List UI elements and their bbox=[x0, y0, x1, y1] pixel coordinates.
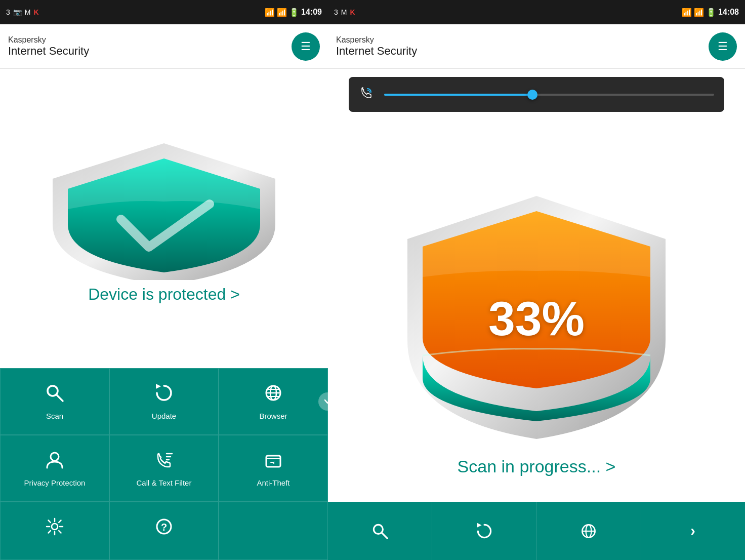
left-grid-menu: Scan Update Browser Privacy Protection bbox=[0, 368, 328, 560]
update-label: Update bbox=[152, 412, 176, 420]
scan-icon bbox=[45, 383, 65, 408]
signal-icon-right: 📶 bbox=[694, 8, 704, 17]
antitheft-label: Anti-Theft bbox=[257, 478, 289, 487]
bottom-tab-browser[interactable] bbox=[537, 502, 641, 560]
notif-count-left: 3 bbox=[6, 8, 10, 16]
left-app-header: Kaspersky Internet Security ☰ bbox=[0, 24, 328, 69]
kaspersky-icon-right: K bbox=[350, 8, 355, 16]
left-panel: 3 📷 M K 📶 📶 🔋 14:09 Kaspersky Internet S… bbox=[0, 0, 328, 560]
svg-text:33%: 33% bbox=[488, 292, 585, 345]
left-app-name: Internet Security bbox=[8, 45, 89, 58]
browser-icon bbox=[263, 383, 283, 408]
settings-icon bbox=[45, 516, 65, 541]
svg-rect-9 bbox=[266, 456, 280, 467]
svg-text:?: ? bbox=[161, 522, 167, 533]
browser-label: Browser bbox=[259, 412, 287, 420]
svg-line-1 bbox=[56, 394, 63, 401]
scan-area: 33% Scan in progress... > bbox=[328, 69, 745, 560]
left-status-bar-right: 📶 📶 🔋 14:09 bbox=[265, 8, 322, 17]
wifi-icon-left: 📶 bbox=[265, 8, 275, 17]
left-brand: Kaspersky bbox=[8, 35, 89, 45]
right-bottom-tabs: › bbox=[328, 502, 745, 560]
grid-item-antitheft[interactable]: Anti-Theft bbox=[219, 435, 328, 502]
right-menu-button[interactable]: ☰ bbox=[709, 32, 737, 61]
grid-item-settings[interactable] bbox=[0, 502, 109, 560]
kaspersky-icon-left: K bbox=[33, 8, 38, 16]
slider-track bbox=[384, 94, 714, 96]
svg-marker-2 bbox=[156, 384, 161, 389]
bottom-tab-update[interactable] bbox=[432, 502, 536, 560]
battery-icon-right: 🔋 bbox=[706, 8, 716, 17]
right-status-bar-left: 3 M K bbox=[334, 8, 355, 16]
protected-text[interactable]: Device is protected > bbox=[88, 285, 240, 304]
left-shield-container bbox=[27, 138, 301, 280]
right-app-name: Internet Security bbox=[336, 45, 417, 58]
notification-bar bbox=[349, 77, 724, 112]
slider-thumb[interactable] bbox=[527, 90, 537, 100]
grid-item-scan[interactable]: Scan bbox=[0, 368, 109, 435]
privacy-icon bbox=[45, 450, 65, 474]
notif-count-right: 3 bbox=[334, 8, 338, 16]
right-status-bar: 3 M K 📶 📶 🔋 14:08 bbox=[328, 0, 745, 24]
left-status-bar-left: 3 📷 M K bbox=[6, 8, 39, 16]
calltext-label: Call & Text Filter bbox=[137, 478, 192, 487]
left-shield-svg bbox=[32, 138, 296, 280]
right-shield-svg: 33% bbox=[390, 186, 683, 444]
grid-item-privacy[interactable]: Privacy Protection bbox=[0, 435, 109, 502]
signal-icon-left: 📶 bbox=[277, 8, 287, 17]
screenshot-icon: 📷 bbox=[13, 8, 22, 16]
grid-item-empty bbox=[219, 502, 328, 560]
scan-progress-text[interactable]: Scan in progress... > bbox=[458, 457, 616, 476]
antitheft-icon bbox=[263, 450, 283, 474]
calltext-icon bbox=[154, 450, 174, 474]
grid-item-update[interactable]: Update bbox=[109, 368, 219, 435]
svg-marker-19 bbox=[477, 523, 481, 527]
left-shield-area: Device is protected > bbox=[0, 69, 328, 368]
bottom-tab-more[interactable]: › bbox=[641, 502, 745, 560]
time-right: 14:08 bbox=[718, 8, 739, 17]
left-menu-button[interactable]: ☰ bbox=[292, 32, 320, 61]
help-icon: ? bbox=[154, 516, 174, 541]
slider-fill bbox=[384, 94, 532, 96]
grid-item-calltext[interactable]: Call & Text Filter bbox=[109, 435, 219, 502]
svg-point-8 bbox=[51, 453, 59, 461]
notification-phone-icon bbox=[359, 85, 374, 104]
svg-rect-12 bbox=[270, 462, 274, 463]
gmail-icon-right: M bbox=[341, 8, 347, 16]
svg-line-18 bbox=[381, 532, 387, 538]
right-status-bar-right: 📶 📶 🔋 14:08 bbox=[682, 8, 739, 17]
update-icon bbox=[154, 383, 174, 408]
bottom-tab-scan[interactable] bbox=[328, 502, 432, 560]
battery-icon-left: 🔋 bbox=[289, 8, 299, 17]
svg-text:›: › bbox=[691, 523, 696, 539]
right-panel: 3 M K 📶 📶 🔋 14:08 Kaspersky Internet Sec… bbox=[328, 0, 745, 560]
grid-item-browser[interactable]: Browser bbox=[219, 368, 328, 435]
right-shield-container: 33% bbox=[385, 183, 688, 447]
time-left: 14:09 bbox=[301, 8, 322, 17]
right-hamburger-icon: ☰ bbox=[718, 41, 728, 52]
right-app-header: Kaspersky Internet Security ☰ bbox=[328, 24, 745, 69]
left-title-block: Kaspersky Internet Security bbox=[8, 35, 89, 58]
notification-slider[interactable] bbox=[384, 94, 714, 96]
privacy-label: Privacy Protection bbox=[24, 478, 86, 487]
wifi-icon-right: 📶 bbox=[682, 8, 692, 17]
left-status-bar: 3 📷 M K 📶 📶 🔋 14:09 bbox=[0, 0, 328, 24]
gmail-icon: M bbox=[25, 8, 31, 16]
left-hamburger-icon: ☰ bbox=[301, 41, 311, 52]
svg-point-13 bbox=[52, 524, 58, 530]
right-title-block: Kaspersky Internet Security bbox=[336, 35, 417, 58]
right-brand: Kaspersky bbox=[336, 35, 417, 45]
grid-item-help[interactable]: ? bbox=[109, 502, 219, 560]
scan-label: Scan bbox=[46, 412, 63, 420]
